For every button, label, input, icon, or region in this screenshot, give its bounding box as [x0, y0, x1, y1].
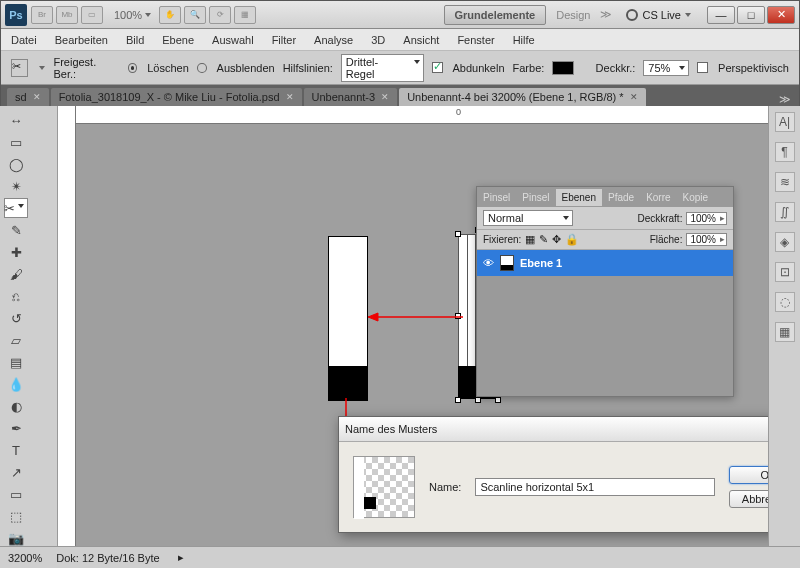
zoom-select[interactable]: 100% — [114, 9, 151, 21]
type-tool-icon[interactable]: T — [4, 440, 28, 460]
cancel-button[interactable]: Abbrechen — [729, 490, 768, 508]
cs-live-button[interactable]: CS Live — [626, 9, 691, 21]
ruler-vertical[interactable] — [58, 106, 76, 546]
color-swatch[interactable] — [552, 61, 573, 75]
perspective-checkbox[interactable] — [697, 62, 708, 73]
brush-panel-icon[interactable]: ≋ — [775, 172, 795, 192]
layers-empty-area[interactable] — [477, 276, 733, 396]
lock-position-icon[interactable]: ✥ — [552, 233, 561, 246]
menu-bild[interactable]: Bild — [126, 34, 144, 46]
lock-transparency-icon[interactable]: ▦ — [525, 233, 535, 246]
bridge-badge[interactable]: Br — [31, 6, 53, 24]
gradient-tool-icon[interactable]: ▤ — [4, 352, 28, 372]
fill-value[interactable]: 100% — [686, 233, 727, 246]
visibility-icon[interactable]: 👁 — [483, 257, 494, 269]
ok-button[interactable]: OK — [729, 466, 768, 484]
marquee-tool-icon[interactable]: ▭ — [4, 132, 28, 152]
clone-panel-icon[interactable]: ∬ — [775, 202, 795, 222]
shape-tool-icon[interactable]: ▭ — [4, 484, 28, 504]
menu-datei[interactable]: Datei — [11, 34, 37, 46]
character-panel-icon[interactable]: A| — [775, 112, 795, 132]
arrange-icon[interactable]: ▦ — [234, 6, 256, 24]
layers-panel-icon[interactable]: ◈ — [775, 232, 795, 252]
zoom-icon[interactable]: 🔍 — [184, 6, 206, 24]
wand-tool-icon[interactable]: ✴ — [4, 176, 28, 196]
status-doc-size[interactable]: Dok: 12 Byte/16 Byte — [56, 552, 159, 564]
canvas-area[interactable]: 0 Pinsel Pinsel Ebenen Pfade Korre Kopie — [58, 106, 768, 546]
screen-mode-icon[interactable]: ▭ — [81, 6, 103, 24]
lock-all-icon[interactable]: 🔒 — [565, 233, 579, 246]
blur-tool-icon[interactable]: 💧 — [4, 374, 28, 394]
rotate-icon[interactable]: ⟳ — [209, 6, 231, 24]
close-icon[interactable]: ✕ — [630, 92, 638, 102]
close-icon[interactable]: ✕ — [286, 92, 294, 102]
doc-tab-0[interactable]: sd✕ — [7, 88, 49, 106]
eyedrop-tool-icon[interactable]: ✎ — [4, 220, 28, 240]
menu-auswahl[interactable]: Auswahl — [212, 34, 254, 46]
lasso-tool-icon[interactable]: ◯ — [4, 154, 28, 174]
radio-hide[interactable] — [197, 63, 207, 73]
panel-tab-pfade[interactable]: Pfade — [602, 189, 640, 206]
chevron-right-icon[interactable]: ▸ — [178, 551, 184, 564]
status-zoom[interactable]: 3200% — [8, 552, 42, 564]
pattern-name-input[interactable] — [475, 478, 715, 496]
tabs-overflow-icon[interactable]: ≫ — [779, 93, 791, 106]
workspace-secondary-label[interactable]: Design — [556, 9, 590, 21]
opacity-value[interactable]: 100% — [686, 212, 727, 225]
stamp-tool-icon[interactable]: ⎌ — [4, 286, 28, 306]
layers-panel[interactable]: Pinsel Pinsel Ebenen Pfade Korre Kopie N… — [476, 186, 734, 397]
darken-checkbox[interactable] — [432, 62, 443, 73]
opacity-select[interactable]: 75% — [643, 60, 689, 76]
path-tool-icon[interactable]: ↗ — [4, 462, 28, 482]
minibridge-badge[interactable]: Mb — [56, 6, 78, 24]
panel-tab-korre[interactable]: Korre — [640, 189, 676, 206]
pen-tool-icon[interactable]: ✒ — [4, 418, 28, 438]
doc-tab-3[interactable]: Unbenannt-4 bei 3200% (Ebene 1, RGB/8) *… — [399, 88, 645, 106]
panel-tab-pinsel2[interactable]: Pinsel — [516, 189, 555, 206]
layer-thumbnail[interactable] — [500, 255, 514, 271]
dialog-titlebar[interactable]: Name des Musters ✕ — [339, 417, 768, 442]
swatches-panel-icon[interactable]: ▦ — [775, 322, 795, 342]
close-button[interactable]: ✕ — [767, 6, 795, 24]
crop-tool-icon[interactable]: ✂ — [4, 198, 28, 218]
menu-filter[interactable]: Filter — [272, 34, 296, 46]
dodge-tool-icon[interactable]: ◐ — [4, 396, 28, 416]
transform-handle[interactable] — [455, 231, 461, 237]
workspace-more-icon[interactable]: ≫ — [600, 8, 612, 21]
heal-tool-icon[interactable]: ✚ — [4, 242, 28, 262]
panel-tab-kopie[interactable]: Kopie — [677, 189, 715, 206]
menu-3d[interactable]: 3D — [371, 34, 385, 46]
radio-delete[interactable] — [128, 63, 138, 73]
minimize-button[interactable]: — — [707, 6, 735, 24]
menu-ansicht[interactable]: Ansicht — [403, 34, 439, 46]
history-brush-icon[interactable]: ↺ — [4, 308, 28, 328]
panel-tab-ebenen[interactable]: Ebenen — [556, 189, 602, 206]
blend-mode-select[interactable]: Normal — [483, 210, 573, 226]
hand-icon[interactable]: ✋ — [159, 6, 181, 24]
brush-tool-icon[interactable]: 🖌 — [4, 264, 28, 284]
maximize-button[interactable]: □ — [737, 6, 765, 24]
guides-select[interactable]: Drittel-Regel — [341, 54, 424, 82]
menu-hilfe[interactable]: Hilfe — [513, 34, 535, 46]
ruler-horizontal[interactable]: 0 — [76, 106, 768, 124]
transform-handle[interactable] — [455, 397, 461, 403]
close-icon[interactable]: ✕ — [381, 92, 389, 102]
eraser-tool-icon[interactable]: ▱ — [4, 330, 28, 350]
layer-row[interactable]: 👁 Ebene 1 — [477, 250, 733, 276]
paths-panel-icon[interactable]: ◌ — [775, 292, 795, 312]
doc-tab-2[interactable]: Unbenannt-3✕ — [304, 88, 398, 106]
camera-tool-icon[interactable]: 📷 — [4, 528, 28, 548]
move-tool-icon[interactable]: ↔ — [4, 110, 28, 130]
close-icon[interactable]: ✕ — [33, 92, 41, 102]
3d-tool-icon[interactable]: ⬚ — [4, 506, 28, 526]
doc-tab-1[interactable]: Fotolia_3018109_X - © Mike Liu - Fotolia… — [51, 88, 302, 106]
transform-handle[interactable] — [495, 397, 501, 403]
lock-pixels-icon[interactable]: ✎ — [539, 233, 548, 246]
menu-analyse[interactable]: Analyse — [314, 34, 353, 46]
menu-ebene[interactable]: Ebene — [162, 34, 194, 46]
paragraph-panel-icon[interactable]: ¶ — [775, 142, 795, 162]
transform-handle[interactable] — [475, 397, 481, 403]
workspace-primary-button[interactable]: Grundelemente — [444, 5, 547, 25]
menu-fenster[interactable]: Fenster — [457, 34, 494, 46]
channels-panel-icon[interactable]: ⊡ — [775, 262, 795, 282]
